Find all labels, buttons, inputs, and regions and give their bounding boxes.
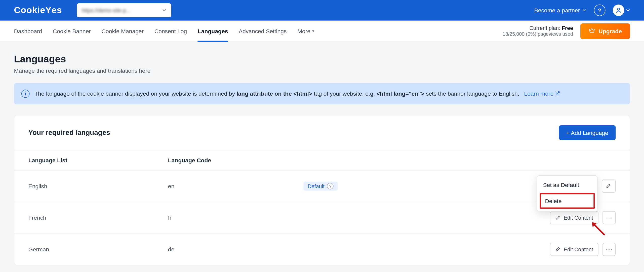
help-icon[interactable]: ? (327, 183, 334, 189)
chevron-down-icon (626, 7, 630, 14)
annotation-arrow-icon (589, 220, 606, 236)
learn-more-label: Learn more (524, 90, 553, 97)
nav-advanced-settings[interactable]: Advanced Settings (239, 21, 287, 42)
table-header: Language List Language Code (14, 150, 630, 171)
chevron-down-icon (162, 7, 166, 13)
become-partner-label: Become a partner (534, 7, 580, 14)
account-menu[interactable] (613, 5, 630, 16)
nav-label: Cookie Banner (53, 28, 91, 34)
nav-label: Advanced Settings (239, 28, 287, 34)
edit-content-label: Edit Content (564, 215, 593, 221)
section-title: Your required languages (28, 129, 110, 137)
external-link-icon (555, 90, 560, 97)
more-horizontal-icon: ⋯ (606, 214, 612, 222)
site-selector-value: https://demo-site-p... (82, 7, 130, 13)
page-subtitle: Manage the required languages and transl… (14, 67, 630, 74)
add-language-button[interactable]: + Add Language (559, 125, 616, 140)
edit-content-label: Edit Content (564, 246, 593, 252)
dropdown-set-default[interactable]: Set as Default (537, 177, 597, 192)
language-code: de (168, 246, 291, 253)
nav-label: Dashboard (14, 28, 42, 34)
plan-info: Current plan: Free 18/25,000 (0%) pagevi… (503, 25, 573, 37)
language-name: French (28, 214, 168, 221)
language-code: fr (168, 214, 291, 221)
table-row: German de Edit Content ⋯ (14, 234, 630, 265)
nav-label: Consent Log (154, 28, 187, 34)
nav-label: Cookie Manager (101, 28, 144, 34)
info-icon: i (21, 90, 30, 98)
upgrade-button[interactable]: Upgrade (580, 23, 630, 39)
site-selector[interactable]: https://demo-site-p... (77, 3, 171, 17)
learn-more-link[interactable]: Learn more (524, 90, 560, 97)
info-banner: i The language of the cookie banner disp… (14, 83, 630, 104)
nav-cookie-manager[interactable]: Cookie Manager (101, 21, 144, 42)
more-actions-button[interactable]: ⋯ (602, 243, 616, 256)
plan-usage: 18/25,000 (0%) pageviews used (503, 31, 573, 37)
caret-down-icon: ▾ (312, 29, 314, 33)
nav-label: Languages (198, 28, 228, 34)
edit-icon (555, 246, 561, 253)
column-header-name: Language List (28, 157, 168, 164)
row-actions-dropdown: Set as Default Delete (537, 175, 598, 212)
help-icon[interactable]: ? (594, 5, 606, 16)
user-icon (613, 5, 624, 16)
dropdown-delete[interactable]: Delete (540, 193, 595, 209)
chevron-down-icon (582, 7, 586, 14)
nav-more[interactable]: More ▾ (297, 21, 314, 42)
edit-icon (606, 183, 612, 190)
edit-content-button[interactable]: Edit Content (550, 243, 598, 256)
table-row: English en Default ? S (14, 171, 630, 202)
nav-cookie-banner[interactable]: Cookie Banner (53, 21, 91, 42)
plan-name: Free (562, 25, 573, 31)
language-name: English (28, 183, 168, 189)
language-name: German (28, 246, 168, 253)
nav-languages[interactable]: Languages (198, 21, 228, 42)
edit-icon (555, 214, 561, 221)
default-badge-label: Default (308, 183, 325, 189)
languages-card: Your required languages + Add Language L… (14, 115, 630, 265)
more-horizontal-icon: ⋯ (606, 246, 612, 253)
nav-dashboard[interactable]: Dashboard (14, 21, 42, 42)
edit-content-button[interactable] (602, 179, 616, 192)
column-header-code: Language Code (168, 157, 291, 164)
crown-icon (589, 27, 595, 35)
info-text: The language of the cookie banner displa… (34, 90, 560, 97)
become-partner-link[interactable]: Become a partner (534, 7, 587, 14)
upgrade-label: Upgrade (598, 28, 622, 34)
plan-label: Current plan: (529, 25, 562, 31)
language-code: en (168, 183, 291, 189)
nav-label: More (297, 28, 310, 34)
page-title: Languages (14, 53, 630, 65)
topbar: CookieYes https://demo-site-p... Become … (0, 0, 644, 21)
brand-logo[interactable]: CookieYes (14, 5, 62, 16)
svg-point-0 (617, 8, 620, 10)
default-badge: Default ? (304, 182, 338, 191)
nav-consent-log[interactable]: Consent Log (154, 21, 187, 42)
main-nav: Dashboard Cookie Banner Cookie Manager C… (0, 21, 644, 42)
